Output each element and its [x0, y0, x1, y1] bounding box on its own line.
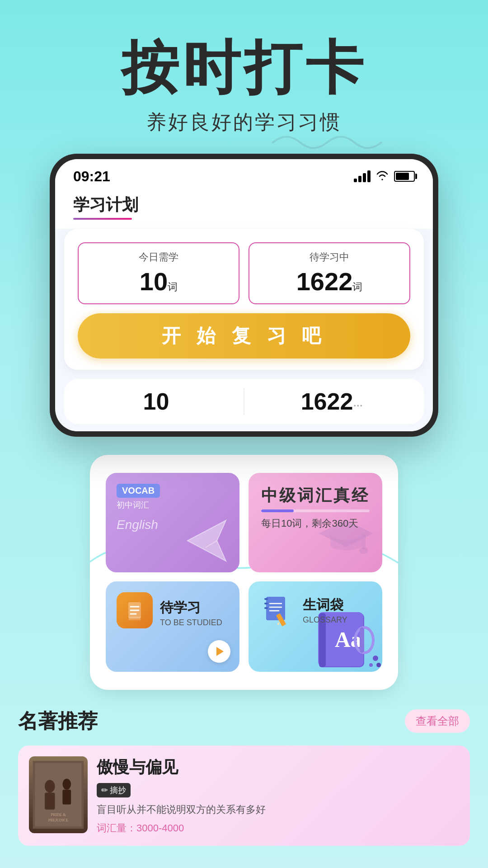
phone-mockup: 09:21 学习 [50, 154, 438, 437]
svg-rect-12 [264, 607, 268, 609]
vocab-tag: VOCAB [117, 484, 160, 498]
vocab-large-title: 中级词汇真经 [261, 486, 370, 505]
status-bar: 09:21 [55, 159, 433, 189]
book-cover: PRIDE & PREJUDICE [29, 756, 88, 833]
behind-divider [244, 388, 244, 415]
svg-point-29 [45, 780, 55, 793]
svg-rect-23 [360, 627, 364, 653]
vocab-large-card[interactable]: 中级词汇真经 每日10词，剩余360天 [249, 473, 382, 572]
book-vocab-count: 词汇量：3000-4000 [97, 821, 459, 835]
book-tag: ✏ 摘抄 [97, 783, 131, 797]
hero-subtitle: 养好良好的学习习惯 [27, 109, 461, 136]
svg-rect-11 [264, 603, 268, 604]
content-card: VOCAB 初中词汇 English 中级词汇真经 [90, 455, 398, 690]
behind-card: 10 1622… [64, 379, 424, 424]
svg-rect-32 [62, 790, 71, 805]
svg-rect-10 [264, 598, 268, 600]
study-card[interactable]: 待学习 TO BE STUDIED [106, 581, 239, 672]
hero-title: 按时打卡 [27, 36, 461, 100]
glossary-card-subtitle: GLOSSARY [303, 615, 347, 625]
reco-more-button[interactable]: 查看全部 [405, 709, 470, 733]
vocab-small-card[interactable]: VOCAB 初中词汇 English [106, 473, 239, 572]
battery-icon [394, 171, 415, 182]
bottom-cards-row: 待学习 TO BE STUDIED [106, 581, 382, 672]
svg-rect-3 [362, 533, 366, 549]
svg-point-25 [369, 663, 373, 667]
pending-stat-box: 待学习中 1622词 [249, 242, 410, 304]
vocab-subtitle: 初中词汇 [117, 500, 229, 510]
svg-point-26 [376, 663, 381, 667]
svg-rect-9 [266, 597, 285, 620]
reco-title: 名著推荐 [18, 708, 98, 735]
svg-rect-30 [45, 793, 55, 810]
glossary-icon [262, 594, 293, 626]
svg-point-4 [359, 547, 368, 554]
pending-label: 待学习中 [258, 250, 400, 264]
svg-point-24 [373, 656, 378, 661]
start-review-button[interactable]: 开 始 复 习 吧 [78, 313, 410, 359]
vocab-english: English [117, 518, 229, 532]
vocab-progress-fill [261, 509, 294, 512]
vocab-progress-bar [261, 509, 370, 512]
page-container: 按时打卡 养好良好的学习习惯 09:21 [0, 0, 488, 868]
today-stat-box: 今日需学 10词 [78, 242, 239, 304]
glossary-card-title: 生词袋 [303, 596, 347, 614]
svg-point-31 [62, 778, 71, 789]
receipt-icon [125, 600, 145, 620]
play-button[interactable] [208, 640, 230, 663]
glossary-card[interactable]: 生词袋 GLOSSARY Aa [249, 581, 382, 672]
book-info: 傲慢与偏见 ✏ 摘抄 盲目听从并不能说明双方的关系有多好 词汇量：3000-40… [97, 756, 459, 835]
phone-inner: 09:21 学习 [55, 159, 433, 431]
vocab-desc: 每日10词，剩余360天 [261, 517, 370, 530]
phone-bottom-spacer [55, 424, 433, 431]
behind-stat-right: 1622… [253, 388, 410, 415]
vocab-grid: VOCAB 初中词汇 English 中级词汇真经 [106, 473, 382, 572]
hero-section: 按时打卡 养好良好的学习习惯 [0, 0, 488, 154]
today-value: 10词 [88, 267, 230, 296]
study-card-subtitle: TO BE STUDIED [160, 618, 222, 627]
play-triangle-icon [216, 647, 224, 656]
app-title: 学习计划 [73, 194, 415, 216]
svg-marker-17 [277, 622, 280, 625]
behind-stat-left: 10 [78, 388, 235, 415]
svg-rect-28 [35, 763, 81, 826]
stats-card: 今日需学 10词 待学习中 1622词 开 始 复 习 吧 [64, 229, 424, 370]
svg-text:PRIDE &: PRIDE & [51, 812, 66, 817]
book-title: 傲慢与偏见 [97, 756, 459, 778]
status-icons [354, 170, 415, 184]
study-card-title: 待学习 [160, 599, 222, 617]
reco-header: 名著推荐 查看全部 [18, 708, 470, 735]
recommendations-section: 名著推荐 查看全部 PRIDE & PREJU [0, 690, 488, 846]
book-card[interactable]: PRIDE & PREJUDICE 傲慢与偏见 ✏ 摘抄 盲目听从并不能说明双方… [18, 745, 470, 846]
signal-bars-icon [354, 170, 371, 182]
stats-row: 今日需学 10词 待学习中 1622词 [78, 242, 410, 304]
pending-value: 1622词 [258, 267, 400, 296]
receipt-icon-wrapper [117, 592, 153, 628]
app-header: 学习计划 [55, 189, 433, 229]
title-underline [73, 218, 132, 220]
wifi-icon [376, 170, 389, 184]
book-desc: 盲目听从并不能说明双方的关系有多好 [97, 802, 459, 817]
svg-text:PREJUDICE: PREJUDICE [48, 818, 68, 822]
today-label: 今日需学 [88, 250, 230, 264]
glossary-icon-wrapper [259, 592, 296, 628]
status-time: 09:21 [73, 168, 110, 185]
